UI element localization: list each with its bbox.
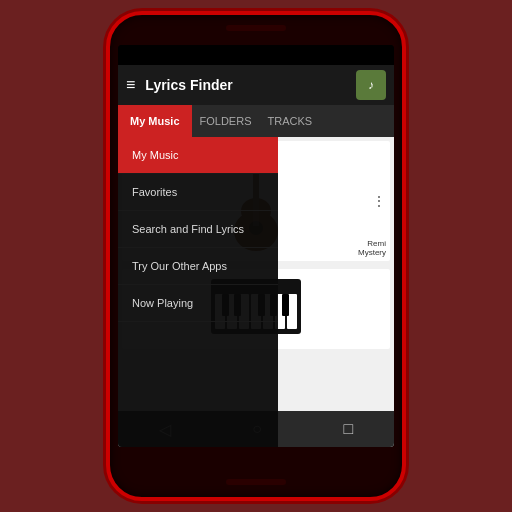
recents-button[interactable]: □	[344, 420, 354, 438]
drawer-item-other-apps[interactable]: Try Our Other Apps	[118, 248, 278, 285]
drawer-item-now-playing[interactable]: Now Playing	[118, 285, 278, 322]
album-artist: Remi	[358, 239, 386, 248]
hamburger-icon[interactable]: ≡	[126, 76, 135, 94]
drawer-item-search-lyrics[interactable]: Search and Find Lyrics	[118, 211, 278, 248]
phone-home-indicator	[226, 479, 286, 485]
more-options-icon[interactable]: ⋮	[372, 194, 386, 208]
content-area: Remi Mystery ⋮	[118, 137, 394, 447]
svg-rect-25	[282, 294, 289, 316]
album-title: Mystery	[358, 248, 386, 257]
drawer-item-favorites[interactable]: Favorites	[118, 174, 278, 211]
avatar-icon: ♪	[368, 78, 374, 92]
avatar[interactable]: ♪	[356, 70, 386, 100]
tab-row: My Music FOLDERS TRACKS	[118, 105, 394, 137]
drawer-item-my-music[interactable]: My Music	[118, 137, 278, 174]
tab-folders[interactable]: FOLDERS	[192, 115, 260, 127]
nav-drawer: My Music Favorites Search and Find Lyric…	[118, 137, 278, 447]
status-bar	[118, 45, 394, 65]
phone-device: ≡ Lyrics Finder ♪ My Music FOLDERS TRACK…	[106, 11, 406, 501]
tab-tracks[interactable]: TRACKS	[259, 115, 320, 127]
phone-screen: ≡ Lyrics Finder ♪ My Music FOLDERS TRACK…	[118, 45, 394, 447]
app-bar: ≡ Lyrics Finder ♪	[118, 65, 394, 105]
phone-speaker	[226, 25, 286, 31]
album-info: Remi Mystery	[358, 239, 386, 257]
app-title: Lyrics Finder	[145, 77, 356, 93]
tab-my-music[interactable]: My Music	[118, 105, 192, 137]
